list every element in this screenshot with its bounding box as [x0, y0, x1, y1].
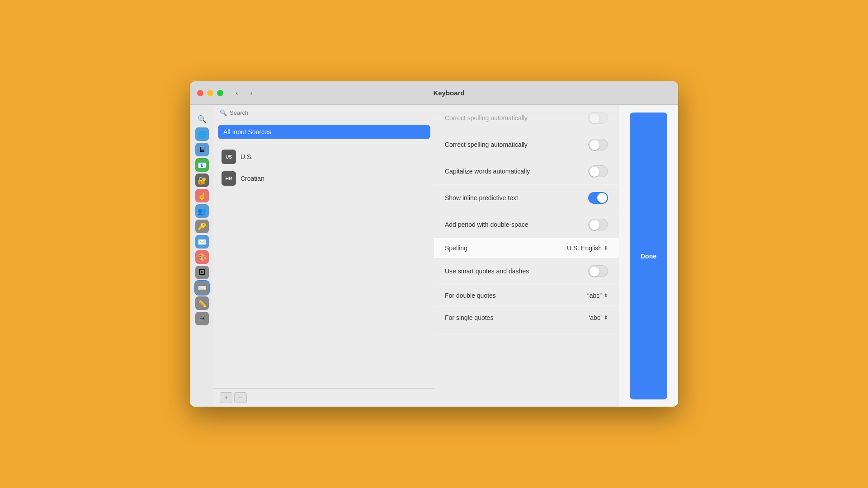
- search-icon-sidebar: 🔍: [195, 112, 209, 126]
- sidebar-icon-9[interactable]: 🎨: [195, 250, 209, 264]
- smart-quotes-knob: [590, 267, 599, 277]
- search-icon: 🔍: [220, 109, 227, 116]
- predictive-label: Show inline predictive text: [445, 194, 518, 202]
- main-settings: Correct spelling automatically Correct s…: [434, 105, 678, 407]
- settings-panel: Correct spelling automatically Correct s…: [434, 105, 619, 407]
- sidebar-list: All Input Sources US U.S. HR Croatian: [214, 121, 434, 388]
- double-quotes-value: “abc”: [587, 292, 602, 299]
- capitalize-toggle[interactable]: [588, 165, 608, 177]
- setting-row-capitalize: Capitalize words automatically: [434, 158, 619, 185]
- spelling-select[interactable]: U.S. English ⬍: [567, 244, 608, 252]
- spelling-stepper-icon: ⬍: [604, 245, 608, 251]
- correct-spelling-label: Correct spelling automatically: [445, 141, 528, 148]
- language-item-hr[interactable]: HR Croatian: [218, 169, 430, 188]
- setting-row-period: Add period with double-space: [434, 211, 619, 238]
- close-button[interactable]: [197, 90, 203, 96]
- partial-toggle-knob: [590, 113, 599, 123]
- sidebar-panel: 🔍 All Input Sources US U.S. HR Croatian: [214, 105, 434, 407]
- single-quotes-select[interactable]: ‘abc’ ⬍: [589, 314, 608, 321]
- partial-toggle[interactable]: [588, 112, 608, 124]
- double-quotes-stepper-icon: ⬍: [604, 292, 608, 299]
- remove-source-button[interactable]: −: [234, 392, 247, 403]
- smart-quotes-toggle[interactable]: [588, 265, 608, 277]
- sidebar-icon-4[interactable]: 🔐: [195, 174, 209, 187]
- minimize-button[interactable]: [207, 90, 213, 96]
- sidebar-icon-8[interactable]: ✉️: [195, 235, 209, 249]
- window-title: Keyboard: [263, 89, 635, 97]
- sidebar-with-icons: 🔍 🌐 🖥 📧 🔐 ☝️ 👥 🔑 ✉️ 🎨 🖼 ⌨️ ✏️ 🖨: [190, 105, 434, 407]
- single-quotes-stepper-icon: ⬍: [604, 314, 608, 321]
- maximize-button[interactable]: [217, 90, 223, 96]
- spelling-value: U.S. English: [567, 244, 602, 252]
- smart-quotes-label: Use smart quotes and dashes: [445, 267, 529, 275]
- sidebar-icon-2[interactable]: 🖥: [195, 143, 209, 156]
- sidebar-icon-10[interactable]: 🖼: [195, 266, 209, 279]
- add-source-button[interactable]: +: [220, 392, 232, 403]
- correct-spelling-toggle[interactable]: [588, 139, 608, 150]
- main-window: ‹ › Keyboard 🔍 🌐 🖥 📧 🔐 ☝️ 👥 🔑 ✉️: [190, 81, 678, 407]
- setting-row-double-quotes: For double quotes “abc” ⬍: [434, 285, 619, 307]
- sidebar-bottom: + −: [214, 388, 434, 407]
- capitalize-knob: [590, 167, 599, 177]
- period-label: Add period with double-space: [445, 221, 528, 228]
- hr-label: Croatian: [241, 175, 264, 182]
- all-input-sources-item[interactable]: All Input Sources: [218, 125, 430, 139]
- sidebar-icon-6[interactable]: 👥: [195, 204, 209, 218]
- setting-row-predictive: Show inline predictive text: [434, 185, 619, 211]
- spelling-label: Spelling: [445, 244, 467, 252]
- icon-grid: 🔍 🌐 🖥 📧 🔐 ☝️ 👥 🔑 ✉️ 🎨 🖼 ⌨️ ✏️ 🖨: [195, 108, 209, 325]
- predictive-toggle[interactable]: [588, 192, 608, 204]
- sidebar-icon-keyboard[interactable]: ⌨️: [195, 281, 209, 295]
- correct-spelling-knob: [590, 140, 599, 150]
- us-badge: US: [222, 150, 236, 164]
- setting-row-single-quotes: For single quotes ‘abc’ ⬍: [434, 307, 619, 328]
- settings-group-quotes: Use smart quotes and dashes For double q…: [434, 258, 619, 329]
- sidebar-divider: [218, 143, 430, 143]
- single-quotes-value: ‘abc’: [589, 314, 602, 321]
- predictive-knob: [597, 193, 607, 203]
- done-button[interactable]: Done: [630, 113, 667, 399]
- spelling-row: Spelling U.S. English ⬍: [434, 238, 619, 258]
- forward-button[interactable]: ›: [245, 87, 258, 99]
- search-input[interactable]: [230, 109, 429, 116]
- partial-label: Correct spelling automatically: [445, 114, 528, 122]
- sidebar-icons: 🔍 🌐 🖥 📧 🔐 ☝️ 👥 🔑 ✉️ 🎨 🖼 ⌨️ ✏️ 🖨: [190, 105, 214, 407]
- content-area: 🔍 🌐 🖥 📧 🔐 ☝️ 👥 🔑 ✉️ 🎨 🖼 ⌨️ ✏️ 🖨: [190, 105, 678, 407]
- settings-group-1: Correct spelling automatically Capitaliz…: [434, 131, 619, 238]
- single-quotes-label: For single quotes: [445, 314, 493, 321]
- nav-buttons: ‹ ›: [231, 87, 258, 99]
- sidebar-icon-1[interactable]: 🌐: [195, 127, 209, 141]
- capitalize-label: Capitalize words automatically: [445, 168, 530, 175]
- sidebar-icon-11[interactable]: ✏️: [195, 296, 209, 310]
- language-item-us[interactable]: US U.S.: [218, 147, 430, 167]
- back-button[interactable]: ‹: [231, 87, 243, 99]
- period-toggle[interactable]: [588, 219, 608, 230]
- sidebar-icon-3[interactable]: 📧: [195, 158, 209, 172]
- search-bar: 🔍: [214, 105, 434, 121]
- setting-row-smart-quotes: Use smart quotes and dashes: [434, 258, 619, 285]
- partial-top-row: Correct spelling automatically: [434, 105, 619, 131]
- period-knob: [590, 220, 599, 230]
- double-quotes-select[interactable]: “abc” ⬍: [587, 292, 608, 299]
- us-label: U.S.: [241, 153, 253, 160]
- setting-row-correct-spelling: Correct spelling automatically: [434, 131, 619, 158]
- title-bar: ‹ › Keyboard: [190, 81, 678, 105]
- panel-footer: Done: [619, 105, 678, 407]
- bottom-spacer: [434, 329, 619, 347]
- hr-badge: HR: [222, 171, 236, 186]
- traffic-lights: [197, 90, 223, 96]
- sidebar-icon-12[interactable]: 🖨: [195, 312, 209, 325]
- sidebar-icon-7[interactable]: 🔑: [195, 220, 209, 233]
- sidebar-icon-5[interactable]: ☝️: [195, 189, 209, 202]
- double-quotes-label: For double quotes: [445, 292, 496, 299]
